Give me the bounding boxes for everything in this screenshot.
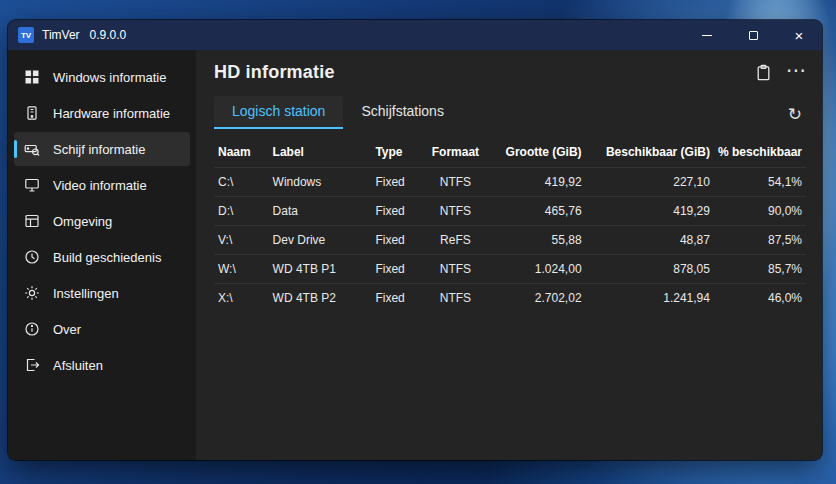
table-cell: Fixed: [371, 226, 423, 255]
table-cell: 419,29: [586, 197, 714, 226]
column-header: Label: [269, 137, 372, 168]
table-cell: C:\: [214, 168, 269, 197]
main-header: HD informatie ⋯: [214, 62, 806, 83]
close-button[interactable]: ×: [776, 20, 822, 50]
table-header-row: NaamLabelTypeFormaatGrootte (GiB)Beschik…: [214, 137, 806, 168]
sidebar-item-label: Windows informatie: [53, 70, 166, 85]
more-options-button[interactable]: ⋯: [786, 65, 806, 81]
table-cell: 46,0%: [714, 284, 806, 313]
windows-grid-icon: [24, 69, 40, 85]
drive-table: NaamLabelTypeFormaatGrootte (GiB)Beschik…: [214, 137, 806, 312]
clipboard-icon: [755, 64, 772, 81]
table-cell: 419,92: [487, 168, 586, 197]
table-cell: 87,5%: [714, 226, 806, 255]
sidebar-item-afsluiten[interactable]: Afsluiten: [14, 348, 190, 382]
timver-window: TV TimVer 0.9.0.0 × Windows informatieHa…: [8, 20, 822, 460]
table-row[interactable]: V:\Dev DriveFixedReFS55,8848,8787,5%: [214, 226, 806, 255]
main-content: HD informatie ⋯ Logisch stationSchijf: [196, 50, 822, 460]
app-version: 0.9.0.0: [90, 28, 127, 42]
sidebar-item-instellingen[interactable]: Instellingen: [14, 276, 190, 310]
table-cell: 227,10: [586, 168, 714, 197]
table-cell: NTFS: [424, 197, 487, 226]
sidebar-item-build-geschiedenis[interactable]: Build geschiedenis: [14, 240, 190, 274]
table-cell: Dev Drive: [269, 226, 372, 255]
copy-to-clipboard-button[interactable]: [755, 64, 772, 81]
table-cell: D:\: [214, 197, 269, 226]
table-cell: Windows: [269, 168, 372, 197]
sidebar-item-label: Over: [53, 322, 81, 337]
table-icon: [24, 213, 40, 229]
column-header: Grootte (GiB): [487, 137, 586, 168]
table-cell: V:\: [214, 226, 269, 255]
table-cell: W:\: [214, 255, 269, 284]
column-header: Naam: [214, 137, 269, 168]
minimize-button[interactable]: [684, 20, 730, 50]
sidebar-nav: Windows informatieHardware informatieSch…: [8, 50, 196, 460]
table-cell: Fixed: [371, 197, 423, 226]
tab-logisch-station[interactable]: Logisch station: [214, 96, 343, 129]
table-cell: 1.024,00: [487, 255, 586, 284]
app-icon: TV: [18, 27, 34, 43]
history-clock-icon: [24, 249, 40, 265]
table-cell: Fixed: [371, 284, 423, 313]
column-header: Beschikbaar (GiB): [586, 137, 714, 168]
window-title: TimVer 0.9.0.0: [42, 28, 126, 42]
table-cell: 90,0%: [714, 197, 806, 226]
minimize-icon: [702, 35, 712, 36]
column-header: % beschikbaar: [714, 137, 806, 168]
table-cell: 55,88: [487, 226, 586, 255]
refresh-button[interactable]: ↻: [788, 104, 806, 129]
column-header: Formaat: [424, 137, 487, 168]
table-cell: Fixed: [371, 168, 423, 197]
table-cell: X:\: [214, 284, 269, 313]
table-cell: NTFS: [424, 168, 487, 197]
page-title: HD informatie: [214, 62, 335, 83]
sidebar-item-label: Video informatie: [53, 178, 147, 193]
maximize-icon: [749, 31, 758, 40]
sidebar-item-omgeving[interactable]: Omgeving: [14, 204, 190, 238]
title-bar[interactable]: TV TimVer 0.9.0.0 ×: [8, 20, 822, 50]
disk-search-icon: [24, 141, 40, 157]
table-row[interactable]: D:\DataFixedNTFS465,76419,2990,0%: [214, 197, 806, 226]
table-cell: NTFS: [424, 284, 487, 313]
table-cell: 48,87: [586, 226, 714, 255]
table-cell: 465,76: [487, 197, 586, 226]
sidebar-item-label: Schijf informatie: [53, 142, 145, 157]
sidebar-item-label: Hardware informatie: [53, 106, 170, 121]
table-cell: Fixed: [371, 255, 423, 284]
header-actions: ⋯: [755, 64, 806, 81]
table-cell: 1.241,94: [586, 284, 714, 313]
sidebar-item-hardware-informatie[interactable]: Hardware informatie: [14, 96, 190, 130]
sidebar-item-windows-informatie[interactable]: Windows informatie: [14, 60, 190, 94]
table-cell: Data: [269, 197, 372, 226]
table-row[interactable]: W:\WD 4TB P1FixedNTFS1.024,00878,0585,7%: [214, 255, 806, 284]
table-cell: ReFS: [424, 226, 487, 255]
refresh-icon: ↻: [788, 105, 802, 124]
table-cell: WD 4TB P1: [269, 255, 372, 284]
table-body: C:\WindowsFixedNTFS419,92227,1054,1%D:\D…: [214, 168, 806, 313]
table-cell: 85,7%: [714, 255, 806, 284]
sidebar-item-schijf-informatie[interactable]: Schijf informatie: [14, 132, 190, 166]
hardware-icon: [24, 105, 40, 121]
sidebar-item-label: Afsluiten: [53, 358, 103, 373]
gear-icon: [24, 285, 40, 301]
table-row[interactable]: X:\WD 4TB P2FixedNTFS2.702,021.241,9446,…: [214, 284, 806, 313]
window-controls: ×: [684, 20, 822, 50]
ellipsis-icon: ⋯: [786, 65, 806, 75]
tab-schijfstations[interactable]: Schijfstations: [343, 96, 461, 129]
table-cell: NTFS: [424, 255, 487, 284]
column-header: Type: [371, 137, 423, 168]
sidebar-item-label: Instellingen: [53, 286, 119, 301]
info-icon: [24, 321, 40, 337]
maximize-button[interactable]: [730, 20, 776, 50]
sidebar-item-label: Build geschiedenis: [53, 250, 161, 265]
sidebar-item-video-informatie[interactable]: Video informatie: [14, 168, 190, 202]
exit-icon: [24, 357, 40, 373]
sidebar-item-over[interactable]: Over: [14, 312, 190, 346]
monitor-icon: [24, 177, 40, 193]
table-cell: WD 4TB P2: [269, 284, 372, 313]
tab-strip: Logisch stationSchijfstations↻: [214, 95, 806, 129]
table-row[interactable]: C:\WindowsFixedNTFS419,92227,1054,1%: [214, 168, 806, 197]
window-body: Windows informatieHardware informatieSch…: [8, 50, 822, 460]
table-cell: 878,05: [586, 255, 714, 284]
